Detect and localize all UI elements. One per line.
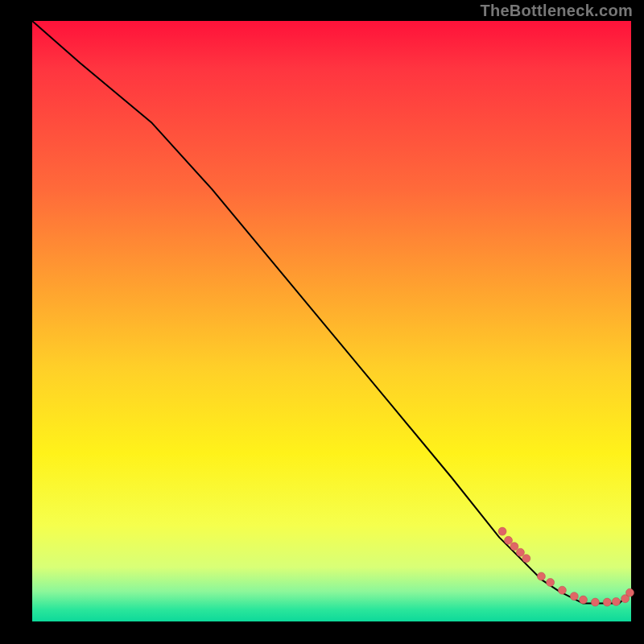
attribution-label: TheBottleneck.com (480, 2, 633, 20)
data-marker (612, 597, 620, 605)
data-marker (510, 543, 518, 551)
plot-overlay-svg (32, 21, 631, 621)
data-marker (498, 527, 506, 535)
data-marker (626, 588, 634, 597)
chart-frame: TheBottleneck.com (0, 0, 644, 644)
data-marker (558, 586, 566, 594)
data-marker (537, 572, 545, 580)
bottleneck-curve (32, 21, 631, 604)
data-marker (522, 555, 530, 563)
data-marker (547, 579, 555, 587)
data-marker (505, 536, 513, 544)
data-marker (570, 592, 578, 601)
data-marker (591, 598, 599, 606)
gradient-plot-area (32, 21, 631, 621)
data-marker (580, 596, 588, 604)
data-marker (516, 548, 524, 556)
data-marker (603, 598, 611, 606)
